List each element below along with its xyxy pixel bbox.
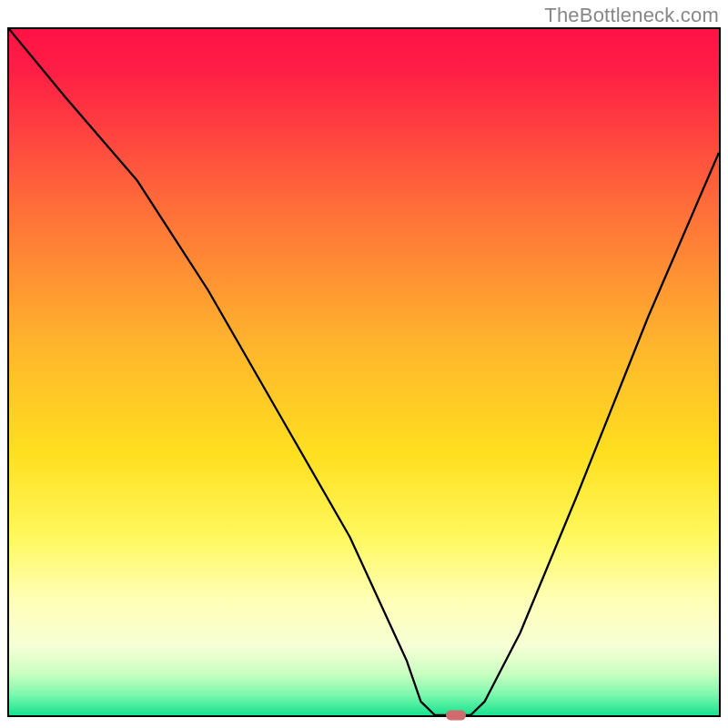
optimum-marker: [446, 711, 466, 721]
bottleneck-curve-path: [9, 29, 719, 715]
chart-frame: TheBottleneck.com: [0, 0, 728, 728]
curve-svg: [9, 29, 719, 715]
plot-area: [7, 27, 721, 717]
watermark-text: TheBottleneck.com: [544, 4, 719, 27]
